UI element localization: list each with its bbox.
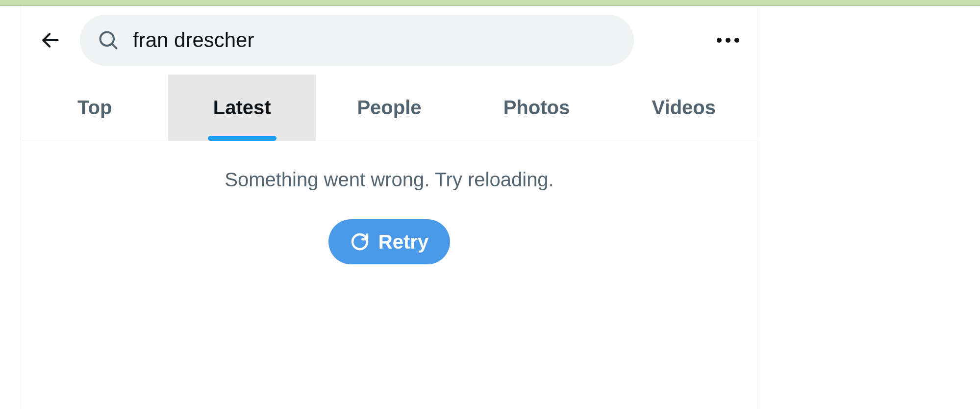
browser-accent-bar xyxy=(0,0,980,6)
search-tabs: Top Latest People Photos Videos xyxy=(21,75,757,141)
main-column: Top Latest People Photos Videos Somethin… xyxy=(21,6,758,409)
tab-label: Top xyxy=(77,97,112,119)
tab-photos[interactable]: Photos xyxy=(463,75,610,141)
tab-videos[interactable]: Videos xyxy=(610,75,757,141)
retry-button[interactable]: Retry xyxy=(328,219,450,264)
reload-icon xyxy=(350,232,370,252)
tab-people[interactable]: People xyxy=(316,75,463,141)
tab-latest[interactable]: Latest xyxy=(168,75,315,141)
search-field-container[interactable] xyxy=(80,15,634,66)
tab-label: Photos xyxy=(503,97,570,119)
search-header xyxy=(21,6,757,75)
search-icon xyxy=(98,29,119,51)
back-button[interactable] xyxy=(33,23,68,58)
page-root: Top Latest People Photos Videos Somethin… xyxy=(0,0,980,409)
tab-label: People xyxy=(357,97,421,119)
tab-label: Latest xyxy=(213,97,271,119)
svg-line-2 xyxy=(112,44,116,48)
tab-label: Videos xyxy=(652,97,716,119)
arrow-left-icon xyxy=(40,29,61,51)
error-state: Something went wrong. Try reloading. Ret… xyxy=(21,141,757,264)
retry-label: Retry xyxy=(378,231,428,253)
more-options-button[interactable] xyxy=(710,23,746,58)
tab-top[interactable]: Top xyxy=(21,75,168,141)
tab-active-indicator xyxy=(208,136,276,141)
error-message: Something went wrong. Try reloading. xyxy=(21,169,757,191)
search-input[interactable] xyxy=(133,28,616,52)
more-options-icon xyxy=(717,38,739,43)
